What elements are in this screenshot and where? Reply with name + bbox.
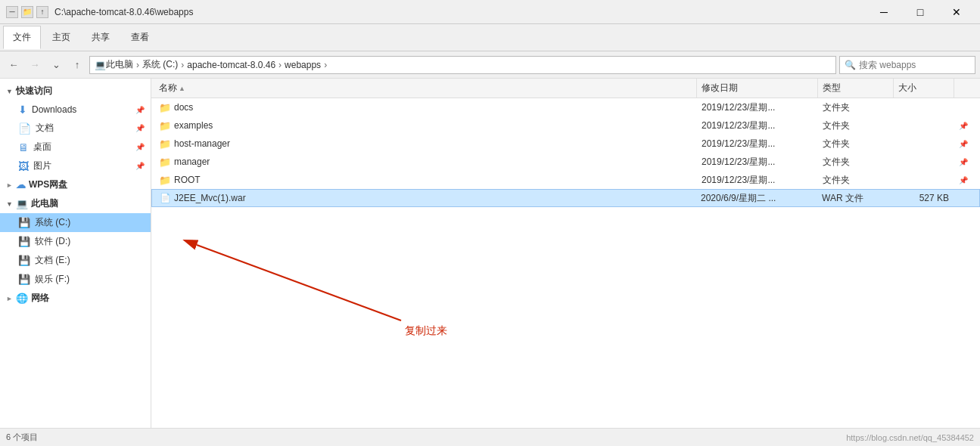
address-bar: ← → ⌄ ↑ 💻 此电脑 › 系统 (C:) › apache-tomcat-… bbox=[0, 51, 980, 79]
search-box[interactable]: 🔍 bbox=[839, 56, 975, 74]
window-icon-folder: 📁 bbox=[21, 6, 33, 18]
file-pin-root: 📌 bbox=[954, 176, 977, 184]
col-header-extra bbox=[954, 79, 977, 98]
close-button[interactable]: ✕ bbox=[939, 2, 974, 23]
file-size-war: 527 KB bbox=[893, 193, 954, 203]
col-header-size[interactable]: 大小 bbox=[894, 79, 954, 98]
search-input[interactable] bbox=[859, 60, 972, 70]
drive-c-icon: 💾 bbox=[18, 217, 30, 228]
status-text: 6 个项目 bbox=[6, 432, 38, 443]
sidebar-item-desktop-label: 桌面 bbox=[33, 141, 51, 153]
sidebar-item-drive-c[interactable]: 💾 系统 (C:) bbox=[0, 213, 151, 232]
file-row-root[interactable]: 📁 ROOT 2019/12/23/星期... 文件夹 📌 bbox=[151, 171, 980, 189]
file-pin-manager: 📌 bbox=[954, 158, 977, 166]
download-icon: ⬇ bbox=[18, 104, 27, 116]
breadcrumb-thispc[interactable]: 此电脑 bbox=[106, 58, 133, 71]
breadcrumb-tomcat[interactable]: apache-tomcat-8.0.46 bbox=[187, 60, 275, 70]
document-icon: 📄 bbox=[18, 122, 31, 135]
recent-button[interactable]: ⌄ bbox=[47, 56, 65, 74]
wps-header[interactable]: ► ☁ WPS网盘 bbox=[0, 175, 151, 194]
forward-button[interactable]: → bbox=[26, 56, 44, 74]
col-header-modified[interactable]: 修改日期 bbox=[697, 79, 818, 98]
annotation-text: 复制过来 bbox=[405, 324, 447, 338]
quick-access-header[interactable]: ▼ 快速访问 bbox=[0, 82, 151, 101]
network-label: 网络 bbox=[31, 292, 49, 305]
file-modified-war: 2020/6/9/星期二 ... bbox=[696, 192, 817, 205]
maximize-button[interactable]: □ bbox=[903, 2, 938, 23]
chevron-right-icon-network: ► bbox=[6, 295, 13, 302]
thispc-label: 此电脑 bbox=[31, 197, 58, 210]
sidebar-item-drive-e[interactable]: 💾 文档 (E:) bbox=[0, 251, 151, 270]
ribbon-tab-home[interactable]: 主页 bbox=[42, 26, 80, 49]
pin-icon-desktop: 📌 bbox=[135, 143, 145, 151]
title-bar-icons: ─ 📁 ↑ bbox=[6, 6, 48, 18]
drive-e-icon: 💾 bbox=[18, 255, 30, 266]
file-type-root: 文件夹 bbox=[818, 174, 894, 187]
file-type-manager: 文件夹 bbox=[818, 156, 894, 169]
pictures-icon: 🖼 bbox=[18, 160, 29, 172]
file-row-manager[interactable]: 📁 manager 2019/12/23/星期... 文件夹 📌 bbox=[151, 153, 980, 171]
ribbon-tab-share[interactable]: 共享 bbox=[82, 26, 120, 49]
sidebar-item-drive-d[interactable]: 💾 软件 (D:) bbox=[0, 232, 151, 251]
pin-icon-manager: 📌 bbox=[959, 158, 968, 166]
sidebar: ▼ 快速访问 ⬇ Downloads 📌 📄 文档 📌 🖥 桌面 📌 🖼 图片 … bbox=[0, 79, 151, 428]
col-header-type[interactable]: 类型 bbox=[818, 79, 894, 98]
pin-icon-examples: 📌 bbox=[959, 122, 968, 130]
desktop-icon: 🖥 bbox=[18, 141, 29, 153]
title-path: C:\apache-tomcat-8.0.46\webapps bbox=[54, 7, 193, 17]
file-name-examples: 📁 examples bbox=[154, 120, 697, 132]
chevron-down-icon-thispc: ▼ bbox=[6, 200, 13, 208]
file-area: 名称 ▲ 修改日期 类型 大小 📁 docs 2019/12/23/星期... … bbox=[151, 79, 980, 428]
sidebar-item-drive-f[interactable]: 💾 娱乐 (F:) bbox=[0, 270, 151, 289]
back-button[interactable]: ← bbox=[5, 56, 23, 74]
file-modified-manager: 2019/12/23/星期... bbox=[697, 156, 818, 169]
ribbon-tab-file[interactable]: 文件 bbox=[3, 26, 41, 49]
pin-icon-downloads: 📌 bbox=[135, 106, 145, 114]
ribbon-tab-view[interactable]: 查看 bbox=[121, 26, 159, 49]
up-button[interactable]: ↑ bbox=[68, 56, 86, 74]
file-row-war[interactable]: 📄 J2EE_Mvc(1).war 2020/6/9/星期二 ... WAR 文… bbox=[151, 189, 980, 207]
network-header[interactable]: ► 🌐 网络 bbox=[0, 289, 151, 308]
file-name-war: 📄 J2EE_Mvc(1).war bbox=[155, 193, 696, 203]
pin-icon-host-manager: 📌 bbox=[959, 140, 968, 148]
file-row-examples[interactable]: 📁 examples 2019/12/23/星期... 文件夹 📌 bbox=[151, 116, 980, 135]
ribbon: 文件 主页 共享 查看 bbox=[0, 24, 980, 51]
chevron-down-icon: ▼ bbox=[6, 88, 13, 95]
status-bar: 6 个项目 https://blog.csdn.net/qq_45384452 bbox=[0, 428, 980, 446]
file-modified-examples: 2019/12/23/星期... bbox=[697, 119, 818, 132]
quick-access-label: 快速访问 bbox=[16, 85, 52, 98]
file-row-host-manager[interactable]: 📁 host-manager 2019/12/23/星期... 文件夹 📌 bbox=[151, 135, 980, 153]
sidebar-item-downloads[interactable]: ⬇ Downloads 📌 bbox=[0, 101, 151, 119]
main-layout: ▼ 快速访问 ⬇ Downloads 📌 📄 文档 📌 🖥 桌面 📌 🖼 图片 … bbox=[0, 79, 980, 428]
folder-icon-examples: 📁 bbox=[159, 120, 171, 132]
file-name-host-manager: 📁 host-manager bbox=[154, 138, 697, 150]
sidebar-item-pictures-label: 图片 bbox=[33, 160, 51, 172]
window-icon-arrow: ↑ bbox=[36, 6, 48, 18]
pc-icon: 💻 bbox=[16, 198, 28, 209]
file-row-docs[interactable]: 📁 docs 2019/12/23/星期... 文件夹 bbox=[151, 98, 980, 116]
breadcrumb-pc-icon: 💻 bbox=[95, 60, 106, 70]
file-name-root: 📁 ROOT bbox=[154, 175, 697, 186]
sidebar-item-desktop[interactable]: 🖥 桌面 📌 bbox=[0, 138, 151, 156]
file-list-header: 名称 ▲ 修改日期 类型 大小 bbox=[151, 79, 980, 98]
address-path-box[interactable]: 💻 此电脑 › 系统 (C:) › apache-tomcat-8.0.46 ›… bbox=[89, 56, 836, 74]
war-file-icon: 📄 bbox=[160, 193, 171, 203]
sidebar-item-documents[interactable]: 📄 文档 📌 bbox=[0, 119, 151, 138]
sidebar-item-pictures[interactable]: 🖼 图片 📌 bbox=[0, 156, 151, 175]
drive-e-label: 文档 (E:) bbox=[35, 254, 70, 267]
file-pin-host-manager: 📌 bbox=[954, 140, 977, 148]
breadcrumb-drive[interactable]: 系统 (C:) bbox=[142, 58, 178, 71]
window-controls: ─ □ ✕ bbox=[866, 2, 974, 23]
folder-icon-host-manager: 📁 bbox=[159, 138, 171, 150]
file-type-host-manager: 文件夹 bbox=[818, 138, 894, 150]
col-header-name[interactable]: 名称 ▲ bbox=[154, 79, 697, 98]
wps-icon: ☁ bbox=[16, 179, 26, 190]
folder-icon-root: 📁 bbox=[159, 175, 171, 186]
breadcrumb-webapps[interactable]: webapps bbox=[285, 60, 321, 70]
minimize-button[interactable]: ─ bbox=[866, 2, 901, 23]
pin-icon-pictures: 📌 bbox=[135, 162, 145, 170]
sidebar-item-documents-label: 文档 bbox=[36, 122, 54, 135]
thispc-header[interactable]: ▼ 💻 此电脑 bbox=[0, 194, 151, 213]
drive-f-icon: 💾 bbox=[18, 274, 30, 285]
file-modified-root: 2019/12/23/星期... bbox=[697, 174, 818, 187]
